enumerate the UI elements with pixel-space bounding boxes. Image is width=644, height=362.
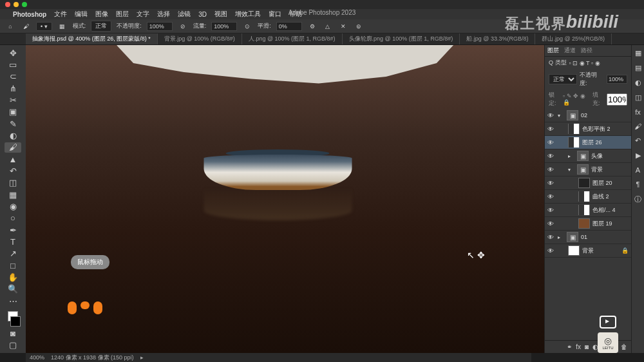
brush-preset-picker[interactable]: • ▾ [36, 22, 52, 31]
chevron-icon[interactable]: ▸ [568, 153, 574, 159]
dock-info-icon[interactable]: ⓘ [634, 195, 641, 204]
panel-tab-channels[interactable]: 通道 [564, 46, 576, 55]
zoom-tool[interactable]: 🔍 [5, 284, 21, 294]
layer-opacity-input[interactable] [607, 75, 627, 84]
menu-window[interactable]: 窗口 [269, 10, 281, 19]
shape-tool[interactable]: □ [5, 260, 21, 271]
visibility-icon[interactable]: 👁 [547, 180, 555, 187]
symmetry-icon[interactable]: ✕ [338, 21, 348, 32]
mac-minimize-button[interactable] [14, 2, 19, 7]
doc-info-chevron[interactable]: ▸ [140, 354, 144, 361]
dock-props-icon[interactable]: ◫ [635, 93, 641, 102]
menu-image[interactable]: 图像 [95, 10, 108, 19]
background-swatch[interactable] [10, 316, 21, 327]
layer-fill-input[interactable] [607, 93, 627, 106]
dock-swatches-icon[interactable]: ▤ [635, 64, 641, 72]
menu-3d[interactable]: 3D [198, 11, 207, 18]
visibility-icon[interactable]: 👁 [547, 139, 555, 146]
panel-tab-paths[interactable]: 路径 [581, 46, 592, 55]
type-tool[interactable]: T [5, 236, 21, 247]
doc-tab[interactable]: 船.jpg @ 33.3%(RGB/8) [460, 33, 535, 44]
chevron-icon[interactable]: ▸ [558, 234, 564, 240]
visibility-icon[interactable]: 👁 [547, 247, 555, 254]
layer-row[interactable]: 👁色相/... 4 [545, 204, 631, 217]
visibility-icon[interactable]: 👁 [547, 234, 555, 241]
doc-tab[interactable]: 头像轮廓.png @ 100% (图层 1, RGB/8#) [343, 33, 460, 44]
move-tool[interactable]: ✥ [5, 48, 21, 58]
layer-row[interactable]: 👁▾▣02 [545, 109, 631, 122]
gradient-tool[interactable]: ▦ [5, 189, 21, 200]
path-tool[interactable]: ↗ [5, 249, 21, 259]
menu-plugins[interactable]: 增效工具 [235, 10, 261, 19]
dock-color-icon[interactable]: ▦ [635, 49, 641, 57]
heal-tool[interactable]: ◐ [5, 130, 21, 140]
screen-mode[interactable]: ▢ [5, 340, 21, 350]
blend-mode-select[interactable]: 正常 [91, 21, 111, 32]
mac-maximize-button[interactable] [22, 2, 27, 7]
link-icon[interactable]: ⚭ [567, 343, 572, 350]
layer-row[interactable]: 👁▾▣背景 [545, 163, 631, 176]
doc-tab-active[interactable]: 抽象海报.psd @ 400% (图层 26, 图层蒙版/8) * [26, 33, 158, 44]
home-icon[interactable]: ⌂ [5, 21, 15, 32]
layer-row[interactable]: 👁图层 20 [545, 176, 631, 190]
lasso-tool[interactable]: ⊂ [5, 71, 21, 82]
hand-tool[interactable]: ✋ [5, 272, 21, 282]
airbrush-icon[interactable]: ⊙ [242, 21, 252, 32]
layer-row[interactable]: 👁色彩平衡 2 [545, 122, 631, 136]
pressure-opacity-icon[interactable]: ⊘ [178, 21, 188, 32]
brush-tool-icon[interactable]: 🖌 [21, 21, 31, 32]
zoom-level[interactable]: 400% [30, 354, 44, 361]
eyedropper-tool[interactable]: ✎ [5, 119, 21, 129]
doc-tab[interactable]: 背景.jpg @ 100% (RGB/8#) [158, 33, 242, 44]
chevron-icon[interactable]: ▾ [558, 113, 564, 119]
blur-tool[interactable]: ◉ [5, 201, 21, 211]
dock-styles-icon[interactable]: fx [635, 108, 641, 116]
visibility-icon[interactable]: 👁 [547, 153, 555, 160]
menu-select[interactable]: 选择 [157, 10, 170, 19]
layer-row[interactable]: 👁▸▣01 [545, 231, 631, 244]
wand-tool[interactable]: ⋔ [5, 83, 21, 93]
history-brush-tool[interactable]: ↶ [5, 166, 21, 176]
layer-blend-mode[interactable]: 正常 [549, 74, 577, 84]
chevron-icon[interactable]: ▾ [568, 167, 574, 173]
panel-tab-layers[interactable]: 图层 [547, 46, 559, 55]
settings-gear-icon[interactable]: ⚙ [307, 21, 317, 32]
lock-icons[interactable]: ▫ ✎ ✥ ◉ 🔒 [563, 93, 590, 106]
dock-adjust-icon[interactable]: ◐ [635, 79, 641, 87]
visibility-icon[interactable]: 👁 [547, 126, 555, 133]
fx-icon[interactable]: fx [576, 343, 581, 350]
menu-edit[interactable]: 编辑 [75, 10, 88, 19]
layer-row[interactable]: 👁背景🔒 [545, 244, 631, 258]
doc-tab[interactable]: 群山.jpg @ 25%(RGB/8) [535, 33, 612, 44]
menu-text[interactable]: 文字 [137, 10, 149, 19]
dock-history-icon[interactable]: ↶ [635, 137, 641, 145]
layer-row[interactable]: 👁▸▣头像 [545, 149, 631, 163]
trash-icon[interactable]: 🗑 [621, 343, 627, 350]
marquee-tool[interactable]: ▭ [5, 59, 21, 70]
flow-input[interactable] [211, 22, 237, 31]
visibility-icon[interactable]: 👁 [547, 193, 555, 200]
dock-para-icon[interactable]: ¶ [636, 180, 640, 188]
frame-tool[interactable]: ▣ [5, 107, 21, 117]
brush-tool[interactable]: 🖌 [5, 142, 21, 153]
opacity-input[interactable] [147, 22, 173, 31]
visibility-icon[interactable]: 👁 [547, 112, 555, 119]
dock-actions-icon[interactable]: ▶ [636, 151, 641, 160]
layer-row[interactable]: 👁曲线 2 [545, 190, 631, 204]
mac-close-button[interactable] [5, 2, 10, 7]
pressure-size-icon[interactable]: ⊚ [354, 21, 364, 32]
dock-char-icon[interactable]: A [636, 166, 640, 174]
quickmask-toggle[interactable]: ◙ [5, 328, 21, 338]
mask-icon[interactable]: ◙ [585, 343, 589, 350]
doc-tab[interactable]: 人.png @ 100% (图层 1, RGB/8#) [242, 33, 343, 44]
eraser-tool[interactable]: ◫ [5, 178, 21, 188]
dock-brushes-icon[interactable]: 🖌 [634, 122, 641, 130]
crop-tool[interactable]: ✂ [5, 95, 21, 105]
menu-view[interactable]: 视图 [214, 10, 227, 19]
brush-panel-icon[interactable]: ▦ [57, 21, 68, 32]
filter-icons[interactable]: ▫ ⊡ ◉ T ▫ ◉ [569, 60, 600, 66]
layer-row[interactable]: 👁图层 26 [545, 136, 631, 149]
angle-icon[interactable]: △ [323, 21, 333, 32]
visibility-icon[interactable]: 👁 [547, 207, 555, 214]
stamp-tool[interactable]: ▲ [5, 154, 21, 164]
